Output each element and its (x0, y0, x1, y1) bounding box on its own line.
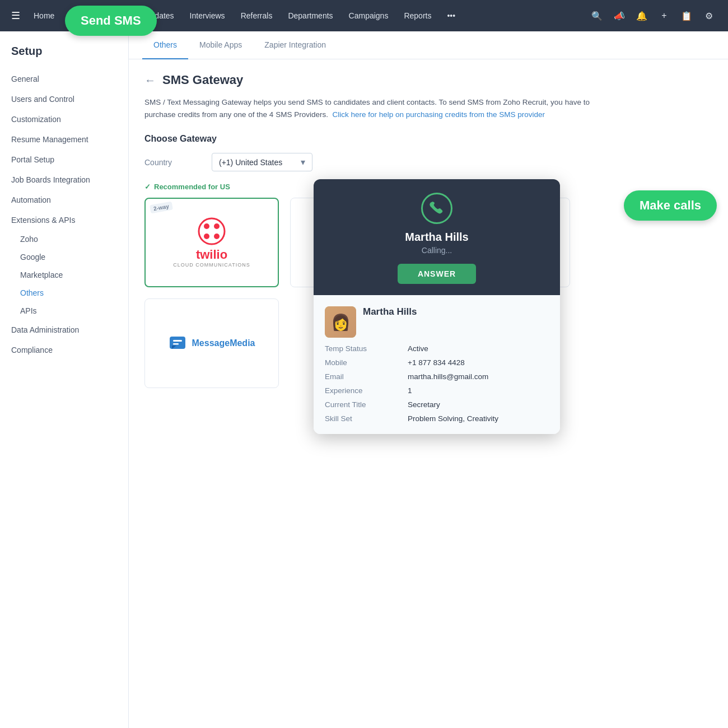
value-temp-status: Active (408, 344, 549, 353)
tab-mobile-apps[interactable]: Mobile Apps (188, 31, 253, 59)
tabs-bar: Others Mobile Apps Zapier Integration (129, 31, 728, 59)
send-sms-tooltip: Send SMS (65, 6, 157, 36)
label-email: Email (325, 372, 403, 381)
value-mobile: +1 877 834 4428 (408, 358, 549, 367)
add-icon[interactable]: + (654, 6, 674, 26)
nav-more[interactable]: ••• (440, 7, 462, 25)
call-overlay: Martha Hills Calling... ANSWER 👩 Martha … (314, 179, 560, 434)
avatar-img: 👩 (325, 306, 356, 338)
hamburger-icon[interactable]: ☰ (11, 10, 20, 22)
chevron-down-icon: ▾ (301, 157, 305, 167)
recommended-text: Recommended for US (154, 183, 230, 191)
sms-help-link[interactable]: Click here for help on purchasing credit… (332, 110, 545, 119)
sidebar-item-users-control[interactable]: Users and Control (0, 89, 128, 109)
contact-name: Martha Hills (363, 306, 417, 318)
sidebar-item-marketplace[interactable]: Marketplace (20, 266, 128, 284)
country-value: (+1) United States (219, 158, 282, 167)
country-select[interactable]: (+1) United States ▾ (212, 153, 312, 171)
topnav: Send SMS ☰ Home Job Openings Candidates … (0, 0, 728, 31)
label-current-title: Current Title (325, 400, 403, 409)
sidebar-item-resume[interactable]: Resume Management (0, 129, 128, 150)
twilio-sub: CLOUD COMMUNICATIONS (173, 262, 250, 268)
label-temp-status: Temp Status (325, 344, 403, 353)
messagemedia-logo: MessageMedia (169, 333, 255, 353)
page-title: SMS Gateway (162, 73, 243, 87)
nav-reports[interactable]: Reports (397, 7, 438, 25)
sidebar-item-compliance[interactable]: Compliance (0, 340, 128, 360)
nav-home[interactable]: Home (27, 7, 61, 25)
call-header: Martha Hills Calling... ANSWER (314, 179, 560, 295)
svg-point-0 (199, 218, 225, 244)
value-experience: 1 (408, 386, 549, 395)
svg-rect-15 (173, 340, 182, 342)
sidebar-item-automation[interactable]: Automation (0, 190, 128, 210)
sidebar-item-portal[interactable]: Portal Setup (0, 150, 128, 170)
messagemedia-name: MessageMedia (192, 338, 255, 348)
country-label: Country (144, 158, 200, 167)
sidebar-item-job-boards[interactable]: Job Boards Integration (0, 170, 128, 190)
svg-rect-16 (173, 343, 179, 345)
calling-animation (421, 193, 452, 224)
value-skill-set: Problem Solving, Creativity (408, 414, 549, 423)
nav-campaigns[interactable]: Campaigns (342, 7, 395, 25)
svg-point-4 (214, 234, 220, 239)
nav-referrals[interactable]: Referrals (234, 7, 279, 25)
contact-details: Temp Status Active Mobile +1 877 834 442… (325, 344, 549, 423)
label-skill-set: Skill Set (325, 414, 403, 423)
twilio-icon (198, 217, 226, 245)
broadcast-icon[interactable]: 📣 (609, 6, 629, 26)
twilio-logo: twilio CLOUD COMMUNICATIONS (173, 217, 250, 268)
label-mobile: Mobile (325, 358, 403, 367)
answer-button[interactable]: ANSWER (398, 264, 476, 284)
sidebar-item-zoho[interactable]: Zoho (20, 230, 128, 248)
choose-gateway-label: Choose Gateway (144, 134, 712, 144)
page-header: ← SMS Gateway (144, 73, 712, 87)
make-calls-tooltip: Make calls (624, 190, 717, 221)
contact-panel: 👩 Martha Hills Temp Status Active Mobile… (314, 295, 560, 434)
twilio-name: twilio (196, 248, 227, 262)
search-icon[interactable]: 🔍 (587, 6, 607, 26)
svg-point-1 (204, 223, 209, 229)
svg-point-3 (204, 234, 209, 239)
gateway-card-twilio[interactable]: 2-way twilio CLOUD COMMUNICATIONS (144, 198, 279, 287)
tab-zapier[interactable]: Zapier Integration (253, 31, 337, 59)
sidebar-item-extensions[interactable]: Extensions & APIs (0, 210, 128, 230)
sidebar-sub-group: Zoho Google Marketplace Others APIs (0, 230, 128, 320)
sidebar: Setup General Users and Control Customiz… (0, 31, 129, 728)
country-form-row: Country (+1) United States ▾ (144, 153, 712, 171)
twilio-badge: 2-way (150, 202, 173, 214)
nav-departments[interactable]: Departments (281, 7, 339, 25)
apps-icon[interactable]: 📋 (676, 6, 697, 26)
gateway-card-messagemedia[interactable]: MessageMedia (144, 298, 279, 388)
sidebar-title: Setup (0, 45, 128, 69)
check-icon: ✓ (144, 183, 151, 191)
tab-others[interactable]: Others (142, 31, 188, 59)
sidebar-item-apis[interactable]: APIs (20, 302, 128, 320)
sidebar-item-customization[interactable]: Customization (0, 109, 128, 129)
settings-icon[interactable]: ⚙ (699, 6, 719, 26)
nav-interviews[interactable]: Interviews (183, 7, 232, 25)
contact-header-row: 👩 Martha Hills (325, 306, 549, 338)
sidebar-item-general[interactable]: General (0, 69, 128, 89)
phone-icon (428, 200, 445, 217)
label-experience: Experience (325, 386, 403, 395)
value-email: martha.hills@gmail.com (408, 372, 549, 381)
contact-avatar: 👩 (325, 306, 356, 338)
svg-point-2 (214, 223, 220, 229)
page-description: SMS / Text Messaging Gateway helps you s… (144, 96, 592, 120)
back-button[interactable]: ← (144, 74, 156, 87)
caller-name: Martha Hills (405, 231, 468, 244)
sidebar-item-data-admin[interactable]: Data Administration (0, 320, 128, 340)
topnav-icons: 🔍 📣 🔔 + 📋 ⚙ (587, 6, 719, 26)
sidebar-item-others[interactable]: Others (20, 284, 128, 302)
sidebar-item-google[interactable]: Google (20, 248, 128, 266)
notification-icon[interactable]: 🔔 (632, 6, 652, 26)
value-current-title: Secretary (408, 400, 549, 409)
messagemedia-icon (169, 333, 189, 353)
call-status: Calling... (422, 246, 452, 255)
